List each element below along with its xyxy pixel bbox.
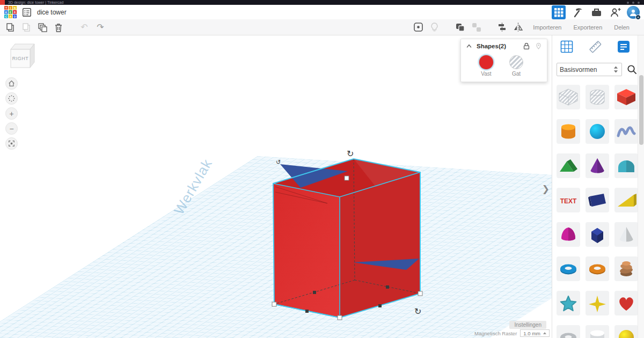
shape-item-cylinder-hole[interactable]: [586, 85, 609, 109]
tinker-tools-button[interactable]: [570, 5, 584, 19]
fit-view-icon: [8, 139, 16, 148]
logo-tile: T: [4, 6, 8, 10]
shape-item-ice-cream-cone[interactable]: [614, 222, 638, 247]
collapse-panel-button[interactable]: [465, 43, 473, 49]
shape-item-torus[interactable]: [557, 256, 580, 281]
rotate-handle[interactable]: ↻: [347, 149, 354, 159]
ruler-icon: [588, 40, 602, 54]
edge-handle[interactable]: [313, 291, 316, 294]
snap-grid-bar: Magnetisch Raster 1.0 mm: [474, 329, 550, 337]
shape-item-partial-1[interactable]: [557, 325, 580, 338]
chevron-up-icon: [465, 43, 473, 49]
ungroup-button[interactable]: [469, 20, 483, 34]
fit-view-button[interactable]: [5, 137, 18, 150]
sidebar-scrollbar[interactable]: [638, 35, 644, 338]
view-cube[interactable]: RIGHT: [6, 41, 36, 73]
shape-item-partial-3[interactable]: [614, 325, 638, 338]
workplane-tool-button[interactable]: [559, 39, 575, 55]
scale-handle[interactable]: [418, 291, 422, 296]
cylinder-icon: [558, 122, 579, 141]
scale-handle[interactable]: [338, 315, 342, 320]
shape-item-wedge[interactable]: [614, 188, 638, 212]
hide-button[interactable]: [535, 42, 543, 50]
orbit-view-button[interactable]: [5, 92, 18, 105]
partial-2-icon: [587, 328, 608, 338]
design-properties-button[interactable]: [21, 6, 33, 18]
shape-item-soft-star[interactable]: [557, 291, 580, 315]
hidden-shapes-button[interactable]: [427, 20, 441, 34]
avatar[interactable]: +: [627, 6, 640, 19]
category-select[interactable]: Basisvormen: [557, 63, 622, 76]
snap-grid-select[interactable]: 1.0 mm: [520, 329, 550, 337]
delete-button[interactable]: [52, 20, 65, 34]
zoom-out-button[interactable]: −: [5, 122, 18, 135]
minus-icon: −: [9, 124, 13, 133]
shape-item-hexagonal-prism[interactable]: [586, 222, 609, 247]
shape-item-scribble[interactable]: [614, 119, 638, 144]
zoom-in-button[interactable]: +: [5, 107, 18, 120]
rotate-handle[interactable]: ↻: [414, 306, 421, 317]
edge-handle[interactable]: [378, 304, 382, 307]
ruler-tool-button[interactable]: [587, 39, 603, 55]
shape-item-polygon[interactable]: [586, 188, 609, 212]
mirror-button[interactable]: [511, 20, 525, 34]
redo-button[interactable]: ↷: [93, 20, 107, 34]
rotate-handle[interactable]: ↺: [276, 159, 281, 166]
shape-item-paraboloid[interactable]: [557, 222, 580, 247]
sphere-icon: [587, 122, 608, 141]
paste-button[interactable]: [19, 20, 33, 34]
shape-item-partial-2[interactable]: [586, 325, 609, 338]
align-button[interactable]: [495, 20, 509, 34]
shape-item-twist[interactable]: [614, 256, 638, 281]
home-view-button[interactable]: [5, 77, 18, 90]
partial-3-icon: [616, 328, 637, 338]
settings-button[interactable]: Instellingen: [509, 321, 546, 329]
duplicate-button[interactable]: [35, 20, 49, 34]
toolbar-right: Importeren Exporteren Delen: [411, 20, 641, 34]
category-row: Basisvormen: [557, 63, 638, 76]
shape-item-heart[interactable]: [614, 291, 638, 315]
snap-grid-arrow-icon: [543, 332, 546, 334]
group-button[interactable]: [453, 20, 467, 34]
height-handle[interactable]: [345, 176, 349, 180]
trash-icon: [53, 22, 64, 33]
scrollbar-thumb[interactable]: [639, 75, 643, 145]
edge-handle[interactable]: [386, 285, 389, 289]
classes-button[interactable]: [589, 5, 603, 19]
search-icon: [626, 64, 638, 75]
dashboard-button[interactable]: [552, 5, 566, 19]
export-button[interactable]: Exporteren: [567, 24, 608, 31]
shape-item-cylinder[interactable]: [557, 119, 580, 144]
shape-item-box-hole[interactable]: [557, 85, 580, 109]
shape-item-star[interactable]: [586, 291, 609, 315]
shape-item-box[interactable]: [614, 85, 638, 109]
shape-item-cone[interactable]: [586, 153, 609, 178]
copy-button[interactable]: [3, 20, 17, 34]
search-button[interactable]: [626, 64, 638, 75]
shape-item-roof[interactable]: [557, 153, 580, 178]
shape-item-sphere[interactable]: [586, 119, 609, 144]
lock-button[interactable]: [522, 42, 531, 50]
undo-button[interactable]: ↶: [77, 20, 91, 34]
tinkercad-logo[interactable]: TINKERCAD: [4, 6, 17, 18]
material-solid-option[interactable]: Vast: [479, 55, 493, 77]
import-button[interactable]: Importeren: [527, 24, 567, 31]
shape-item-donut[interactable]: [586, 256, 609, 281]
invite-button[interactable]: [608, 5, 622, 19]
cube-face-right: [340, 172, 420, 318]
home-icon: [8, 79, 16, 87]
material-hole-option[interactable]: Gat: [509, 55, 523, 77]
shape-item-text[interactable]: TEXT: [557, 188, 580, 212]
shape-item-round-roof[interactable]: [614, 153, 638, 178]
design-title: dice tower: [37, 9, 67, 16]
plus-icon: +: [9, 109, 13, 118]
cylinder-hole-icon: [587, 87, 608, 107]
sidebar-collapse-handle[interactable]: ❯: [542, 183, 550, 194]
snap-grid-value: 1.0 mm: [523, 330, 540, 336]
show-all-button[interactable]: [411, 20, 425, 34]
edge-handle[interactable]: [305, 310, 309, 313]
logo-tile: D: [13, 14, 17, 18]
share-button[interactable]: Delen: [608, 24, 635, 31]
notes-tool-button[interactable]: [616, 39, 632, 55]
scale-handle[interactable]: [272, 302, 276, 306]
